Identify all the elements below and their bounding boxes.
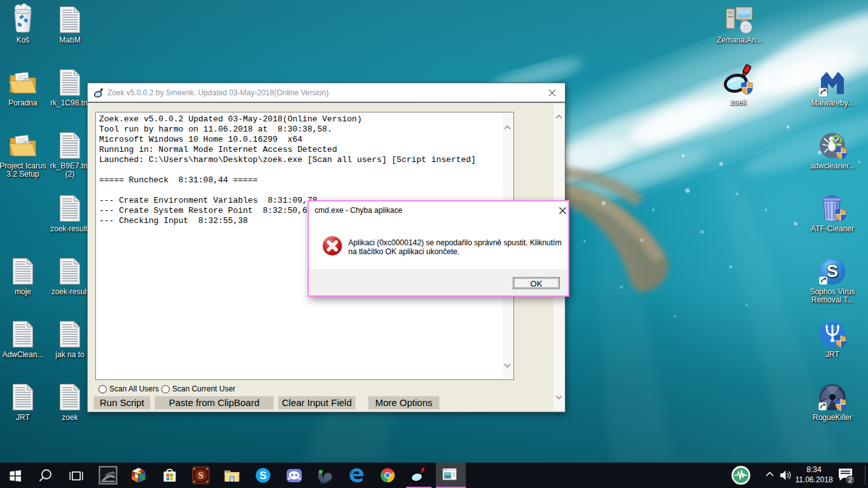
svg-text:S: S — [259, 470, 266, 482]
svg-text:2: 2 — [848, 476, 852, 484]
svg-text:S: S — [198, 470, 203, 480]
svg-text:S: S — [827, 262, 838, 281]
